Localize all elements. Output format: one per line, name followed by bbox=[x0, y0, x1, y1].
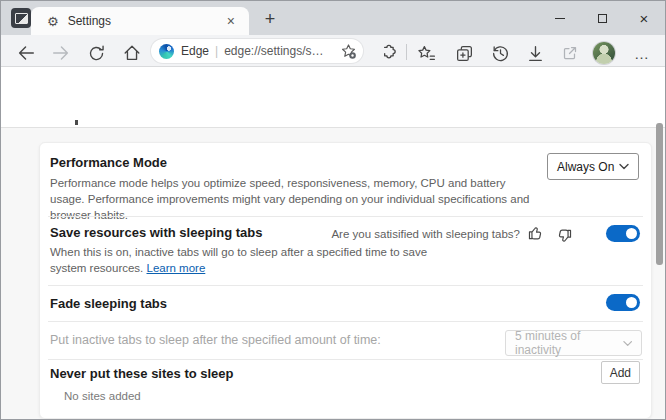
performance-mode-dropdown-value: Always On bbox=[557, 160, 614, 174]
collections-icon bbox=[455, 44, 474, 63]
favorites-icon bbox=[417, 44, 436, 63]
sleeping-tabs-feedback-question: Are you satisified with sleeping tabs? bbox=[331, 228, 520, 240]
never-sleep-sites-title: Never put these sites to sleep bbox=[50, 366, 234, 381]
window-controls: × bbox=[539, 1, 665, 35]
refresh-icon bbox=[87, 44, 106, 63]
settings-content: Performance Mode Performance mode helps … bbox=[1, 127, 665, 420]
fade-sleeping-tabs-title: Fade sleeping tabs bbox=[50, 296, 167, 311]
sleep-timeout-dropdown-value: 5 minutes of inactivity bbox=[515, 329, 623, 357]
edge-logo-icon bbox=[159, 44, 174, 59]
scrollbar-thumb[interactable] bbox=[656, 123, 663, 265]
minimize-button[interactable] bbox=[539, 1, 581, 35]
sleeping-tabs-description: When this is on, inactive tabs will go t… bbox=[50, 244, 440, 276]
sleeping-tabs-description-text: When this is on, inactive tabs will go t… bbox=[50, 246, 427, 274]
maximize-icon bbox=[598, 14, 607, 23]
scrolled-text-remnant bbox=[75, 120, 78, 125]
forward-icon bbox=[51, 43, 71, 63]
thumbs-up-icon bbox=[527, 224, 545, 242]
home-icon bbox=[122, 43, 142, 63]
toolbar-divider bbox=[406, 44, 407, 60]
row-divider bbox=[48, 216, 643, 217]
back-button[interactable] bbox=[14, 41, 38, 65]
extensions-puzzle-icon bbox=[378, 44, 396, 62]
sleep-timeout-label: Put inactive tabs to sleep after the spe… bbox=[50, 333, 381, 347]
refresh-button[interactable] bbox=[84, 41, 108, 65]
tab-title: Settings bbox=[68, 14, 223, 28]
profile-avatar[interactable] bbox=[593, 42, 615, 64]
thumbs-up-button[interactable] bbox=[527, 224, 545, 242]
tab-strip: ⚙ Settings × + × bbox=[1, 1, 665, 35]
settings-and-more-button[interactable]: … bbox=[630, 41, 654, 65]
no-sites-added-text: No sites added bbox=[64, 390, 141, 402]
sleeping-tabs-title: Save resources with sleeping tabs bbox=[50, 225, 262, 240]
sleeping-tabs-settings-card: Performance Mode Performance mode helps … bbox=[39, 142, 652, 419]
forward-button bbox=[49, 41, 73, 65]
chevron-down-icon bbox=[623, 340, 632, 347]
downloads-icon bbox=[526, 44, 545, 63]
toggle-knob bbox=[626, 297, 637, 308]
back-icon bbox=[16, 43, 36, 63]
row-divider bbox=[48, 321, 643, 322]
more-icon: … bbox=[634, 45, 650, 62]
row-divider bbox=[48, 285, 643, 286]
gear-icon: ⚙ bbox=[47, 15, 59, 28]
share-button bbox=[558, 41, 582, 65]
home-button[interactable] bbox=[120, 41, 144, 65]
sleep-timeout-dropdown: 5 minutes of inactivity bbox=[505, 330, 642, 356]
tab-close-icon[interactable]: × bbox=[223, 14, 239, 28]
collections-button[interactable] bbox=[452, 41, 476, 65]
active-tab[interactable]: ⚙ Settings × bbox=[31, 7, 249, 35]
address-separator: | bbox=[215, 44, 218, 58]
address-site-label: Edge bbox=[181, 44, 209, 58]
sleeping-tabs-toggle[interactable] bbox=[606, 225, 640, 242]
address-url: edge://settings/s… bbox=[224, 44, 340, 58]
performance-mode-dropdown[interactable]: Always On bbox=[547, 153, 639, 180]
close-button[interactable]: × bbox=[623, 1, 665, 35]
browser-window: ⚙ Settings × + × Edge | edge://settings/… bbox=[0, 0, 666, 420]
new-tab-button[interactable]: + bbox=[259, 9, 281, 31]
performance-mode-title: Performance Mode bbox=[50, 155, 167, 170]
extensions-button[interactable] bbox=[375, 41, 399, 65]
toggle-knob bbox=[626, 228, 637, 239]
settings-header: Settings bbox=[1, 67, 665, 127]
learn-more-link[interactable]: Learn more bbox=[147, 262, 206, 274]
row-divider bbox=[48, 359, 643, 360]
maximize-button[interactable] bbox=[581, 1, 623, 35]
add-favorite-star-icon[interactable] bbox=[340, 43, 357, 60]
history-icon bbox=[491, 44, 510, 63]
favorites-button[interactable] bbox=[414, 41, 438, 65]
address-bar[interactable]: Edge | edge://settings/s… bbox=[151, 39, 363, 63]
share-icon bbox=[561, 44, 579, 62]
minimize-icon bbox=[555, 18, 565, 19]
downloads-button[interactable] bbox=[523, 41, 547, 65]
thumbs-down-button[interactable] bbox=[555, 227, 573, 245]
fade-sleeping-tabs-toggle[interactable] bbox=[606, 294, 640, 311]
thumbs-down-icon bbox=[555, 227, 573, 245]
history-button[interactable] bbox=[488, 41, 512, 65]
chevron-down-icon bbox=[619, 163, 629, 170]
tab-actions-menu-icon[interactable] bbox=[11, 8, 31, 28]
add-site-button[interactable]: Add bbox=[601, 361, 640, 384]
